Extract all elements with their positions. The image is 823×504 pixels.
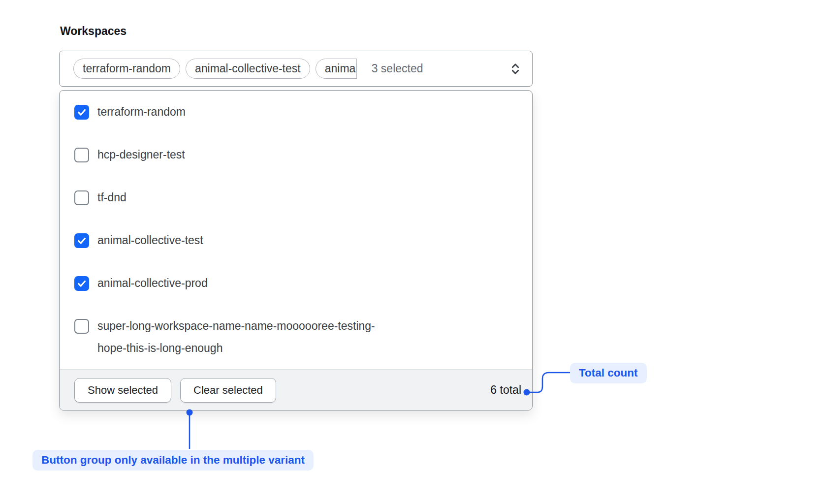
option-checkbox[interactable] <box>74 233 89 248</box>
option-label: animal-collective-prod <box>97 272 208 294</box>
option-checkbox[interactable] <box>74 148 89 162</box>
options-list: terraform-random hcp-designer-test tf-dn… <box>60 91 532 370</box>
listbox-option[interactable]: animal-collective-prod <box>60 262 532 305</box>
selected-tag[interactable]: animal-collective-test <box>186 59 310 79</box>
workspaces-field-label: Workspaces <box>60 25 127 38</box>
selected-count-text: 3 selected <box>372 62 423 75</box>
button-group-annotation: Button group only available in the multi… <box>32 450 314 471</box>
option-label: super-long-workspace-name-name-moooooree… <box>97 315 403 359</box>
selected-tag[interactable]: terraform-random <box>73 59 180 79</box>
selected-tag[interactable]: animal-collective-prod <box>316 59 357 79</box>
total-count-annotation: Total count <box>570 363 647 383</box>
option-label: animal-collective-test <box>97 229 203 252</box>
listbox-option[interactable]: super-long-workspace-name-name-moooooree… <box>60 305 532 370</box>
clear-selected-button[interactable]: Clear selected <box>180 378 276 403</box>
listbox-option[interactable]: terraform-random <box>60 91 532 133</box>
workspaces-listbox: terraform-random hcp-designer-test tf-dn… <box>59 90 533 410</box>
option-checkbox[interactable] <box>74 105 89 120</box>
checkmark-icon <box>76 278 87 289</box>
checkmark-icon <box>76 235 87 246</box>
listbox-option[interactable]: animal-collective-test <box>60 219 532 262</box>
option-checkbox[interactable] <box>74 319 89 334</box>
option-label: terraform-random <box>97 101 186 123</box>
checkmark-icon <box>76 107 87 118</box>
total-count-connector-line <box>520 367 574 398</box>
superselect-demo: Workspaces terraform-random animal-colle… <box>0 0 823 504</box>
total-count-text: 6 total <box>490 383 521 397</box>
show-selected-button[interactable]: Show selected <box>74 378 171 403</box>
listbox-option[interactable]: hcp-designer-test <box>60 133 532 176</box>
option-checkbox[interactable] <box>74 276 89 291</box>
chevrons-unfold-icon <box>508 62 522 76</box>
option-checkbox[interactable] <box>74 190 89 205</box>
listbox-option[interactable]: tf-dnd <box>60 176 532 219</box>
option-label: tf-dnd <box>97 187 127 209</box>
button-group-connector-line <box>183 408 196 451</box>
selected-tag-clipped-wrapper: animal-collective-prod <box>316 59 357 79</box>
multiselect-trigger[interactable]: terraform-random animal-collective-test … <box>59 51 533 87</box>
option-label: hcp-designer-test <box>97 144 185 166</box>
listbox-footer: Show selected Clear selected 6 total <box>60 370 532 410</box>
